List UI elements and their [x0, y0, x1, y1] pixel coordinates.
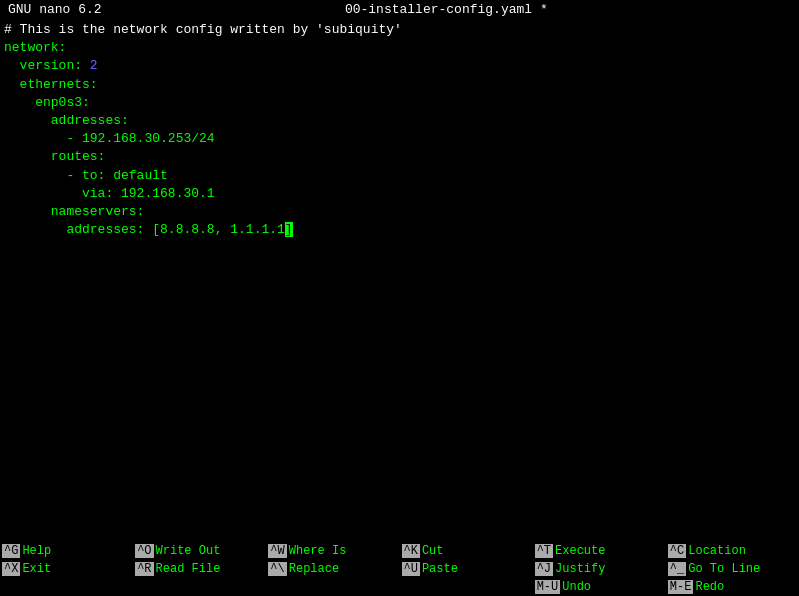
line-9: - to: default	[4, 167, 795, 185]
shortcut-cut[interactable]: ^K Cut	[400, 542, 533, 560]
shortcut-empty-3	[266, 578, 399, 596]
shortcut-justify[interactable]: ^J Justify	[533, 560, 666, 578]
line-4: ethernets:	[4, 76, 795, 94]
shortcuts-row-2: ^X Exit ^R Read File ^\ Replace ^U Paste…	[0, 560, 799, 578]
line-11: nameservers:	[4, 203, 795, 221]
shortcut-go-to-line[interactable]: ^_ Go To Line	[666, 560, 799, 578]
shortcut-empty-2	[133, 578, 266, 596]
line-3: version: 2	[4, 57, 795, 75]
shortcut-empty-4	[400, 578, 533, 596]
line-10: via: 192.168.30.1	[4, 185, 795, 203]
shortcut-execute[interactable]: ^T Execute	[533, 542, 666, 560]
bottom-shortcuts: ^G Help ^O Write Out ^W Where Is ^K Cut …	[0, 542, 799, 596]
shortcut-read-file[interactable]: ^R Read File	[133, 560, 266, 578]
line-2: network:	[4, 39, 795, 57]
shortcuts-row-1: ^G Help ^O Write Out ^W Where Is ^K Cut …	[0, 542, 799, 560]
shortcut-replace[interactable]: ^\ Replace	[266, 560, 399, 578]
shortcut-paste[interactable]: ^U Paste	[400, 560, 533, 578]
title-bar: GNU nano 6.2 00-installer-config.yaml *	[0, 0, 799, 19]
line-5: enp0s3:	[4, 94, 795, 112]
line-12: addresses: [8.8.8.8, 1.1.1.1]	[4, 221, 795, 239]
shortcut-location[interactable]: ^C Location	[666, 542, 799, 560]
line-6: addresses:	[4, 112, 795, 130]
line-7: - 192.168.30.253/24	[4, 130, 795, 148]
shortcut-empty-1	[0, 578, 133, 596]
shortcuts-row-3: M-U Undo M-E Redo	[0, 578, 799, 596]
shortcut-redo[interactable]: M-E Redo	[666, 578, 799, 596]
app-name: GNU nano 6.2	[8, 2, 102, 17]
line-1: # This is the network config written by …	[4, 21, 795, 39]
file-name: 00-installer-config.yaml *	[102, 2, 791, 17]
shortcut-help[interactable]: ^G Help	[0, 542, 133, 560]
shortcut-exit[interactable]: ^X Exit	[0, 560, 133, 578]
line-8: routes:	[4, 148, 795, 166]
shortcut-undo[interactable]: M-U Undo	[533, 578, 666, 596]
editor-area[interactable]: # This is the network config written by …	[0, 19, 799, 542]
shortcut-where-is[interactable]: ^W Where Is	[266, 542, 399, 560]
shortcut-write-out[interactable]: ^O Write Out	[133, 542, 266, 560]
